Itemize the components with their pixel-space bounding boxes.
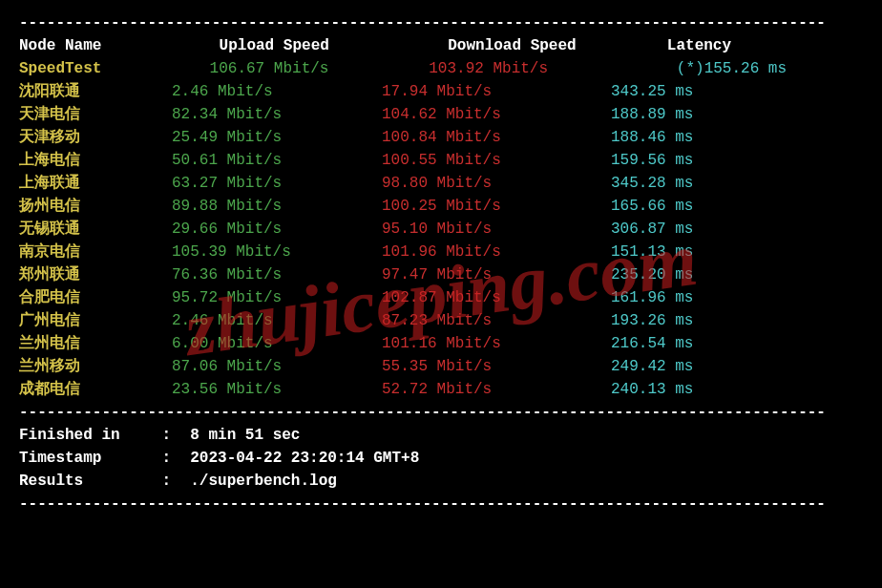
latency: 165.66 ms (611, 195, 693, 218)
upload-speed: 23.56 Mbit/s (172, 378, 382, 401)
download-speed: 100.84 Mbit/s (382, 126, 611, 149)
footer-finished: Finished in : 8 min 51 sec (19, 424, 863, 447)
download-speed: 100.25 Mbit/s (382, 195, 611, 218)
latency: 345.28 ms (611, 172, 693, 195)
node-name: 郑州联通 (19, 263, 172, 286)
upload-speed: 63.27 Mbit/s (172, 172, 382, 195)
upload-speed: 6.00 Mbit/s (172, 332, 382, 355)
node-name: 兰州电信 (19, 332, 172, 355)
download-speed: 100.55 Mbit/s (382, 149, 611, 172)
upload-speed: 76.36 Mbit/s (172, 263, 382, 286)
table-row: 郑州联通76.36 Mbit/s97.47 Mbit/s235.20 ms (19, 263, 863, 286)
download-speed: 97.47 Mbit/s (382, 263, 611, 286)
latency: 306.87 ms (611, 218, 693, 241)
latency: 216.54 ms (611, 332, 693, 355)
table-row: 扬州电信89.88 Mbit/s100.25 Mbit/s165.66 ms (19, 195, 863, 218)
latency: 240.13 ms (611, 378, 693, 401)
results-value: ./superbench.log (190, 472, 337, 490)
table-row: 广州电信2.46 Mbit/s87.23 Mbit/s193.26 ms (19, 309, 863, 332)
colon: : (162, 470, 181, 493)
download-speed: 104.62 Mbit/s (382, 103, 611, 126)
header-latency: Latency (639, 34, 731, 57)
table-row: 兰州电信6.00 Mbit/s101.16 Mbit/s216.54 ms (19, 332, 863, 355)
speedtest-row: SpeedTest 106.67 Mbit/s 103.92 Mbit/s (*… (19, 57, 863, 80)
speedtest-download: 103.92 Mbit/s (400, 57, 629, 80)
upload-speed: 95.72 Mbit/s (172, 286, 382, 309)
finished-label: Finished in (19, 424, 153, 447)
footer-timestamp: Timestamp : 2023-04-22 23:20:14 GMT+8 (19, 447, 863, 470)
node-name: 兰州移动 (19, 355, 172, 378)
upload-speed: 50.61 Mbit/s (172, 149, 382, 172)
divider-end: ----------------------------------------… (19, 493, 863, 515)
latency: 188.46 ms (611, 126, 693, 149)
node-name: 上海联通 (19, 172, 172, 195)
finished-value: 8 min 51 sec (190, 427, 300, 444)
upload-speed: 87.06 Mbit/s (172, 355, 382, 378)
upload-speed: 2.46 Mbit/s (172, 309, 382, 332)
node-name: 广州电信 (19, 309, 172, 332)
divider-top: ----------------------------------------… (19, 11, 863, 34)
node-name: 天津电信 (19, 103, 172, 126)
download-speed: 95.10 Mbit/s (382, 218, 611, 241)
timestamp-label: Timestamp (19, 447, 153, 470)
node-name: 无锡联通 (19, 218, 172, 241)
upload-speed: 29.66 Mbit/s (172, 218, 382, 241)
download-speed: 55.35 Mbit/s (382, 355, 611, 378)
upload-speed: 105.39 Mbit/s (172, 241, 382, 263)
download-speed: 98.80 Mbit/s (382, 172, 611, 195)
latency: 249.42 ms (611, 355, 693, 378)
table-row: 上海联通63.27 Mbit/s98.80 Mbit/s345.28 ms (19, 172, 863, 195)
table-row: 兰州移动87.06 Mbit/s55.35 Mbit/s249.42 ms (19, 355, 863, 378)
upload-speed: 25.49 Mbit/s (172, 126, 382, 149)
table-row: 无锡联通29.66 Mbit/s95.10 Mbit/s306.87 ms (19, 218, 863, 241)
node-name: 成都电信 (19, 378, 172, 401)
table-row: 南京电信105.39 Mbit/s101.96 Mbit/s151.13 ms (19, 241, 863, 263)
header-upload: Upload Speed (181, 34, 391, 57)
latency: 151.13 ms (611, 241, 693, 263)
table-row: 成都电信23.56 Mbit/s52.72 Mbit/s240.13 ms (19, 378, 863, 401)
table-row: 沈阳联通2.46 Mbit/s17.94 Mbit/s343.25 ms (19, 80, 863, 103)
table-row: 天津电信82.34 Mbit/s104.62 Mbit/s188.89 ms (19, 103, 863, 126)
latency: 188.89 ms (611, 103, 693, 126)
speedtest-latency: (*)155.26 ms (639, 57, 787, 80)
speedtest-name: SpeedTest (19, 57, 172, 80)
node-name: 南京电信 (19, 241, 172, 263)
download-speed: 17.94 Mbit/s (382, 80, 611, 103)
node-name: 扬州电信 (19, 195, 172, 218)
colon: : (162, 447, 181, 470)
latency: 235.20 ms (611, 263, 693, 286)
node-name: 天津移动 (19, 126, 172, 149)
table-row: 天津移动25.49 Mbit/s100.84 Mbit/s188.46 ms (19, 126, 863, 149)
speedtest-upload: 106.67 Mbit/s (181, 57, 391, 80)
divider-bottom: ----------------------------------------… (19, 401, 863, 424)
colon: : (162, 424, 181, 447)
results-label: Results (19, 470, 153, 493)
header-node: Node Name (19, 34, 172, 57)
header-download: Download Speed (400, 34, 629, 57)
download-speed: 101.96 Mbit/s (382, 241, 611, 263)
table-row: 合肥电信95.72 Mbit/s102.87 Mbit/s161.96 ms (19, 286, 863, 309)
node-name: 上海电信 (19, 149, 172, 172)
table-body: 沈阳联通2.46 Mbit/s17.94 Mbit/s343.25 ms天津电信… (19, 80, 863, 401)
node-name: 合肥电信 (19, 286, 172, 309)
latency: 161.96 ms (611, 286, 693, 309)
latency: 159.56 ms (611, 149, 693, 172)
table-header: Node Name Upload Speed Download Speed La… (19, 34, 863, 57)
timestamp-value: 2023-04-22 23:20:14 GMT+8 (190, 450, 419, 467)
download-speed: 102.87 Mbit/s (382, 286, 611, 309)
download-speed: 101.16 Mbit/s (382, 332, 611, 355)
table-row: 上海电信50.61 Mbit/s100.55 Mbit/s159.56 ms (19, 149, 863, 172)
node-name: 沈阳联通 (19, 80, 172, 103)
download-speed: 52.72 Mbit/s (382, 378, 611, 401)
latency: 343.25 ms (611, 80, 693, 103)
upload-speed: 82.34 Mbit/s (172, 103, 382, 126)
latency: 193.26 ms (611, 309, 693, 332)
download-speed: 87.23 Mbit/s (382, 309, 611, 332)
upload-speed: 89.88 Mbit/s (172, 195, 382, 218)
footer-results: Results : ./superbench.log (19, 470, 863, 493)
upload-speed: 2.46 Mbit/s (172, 80, 382, 103)
